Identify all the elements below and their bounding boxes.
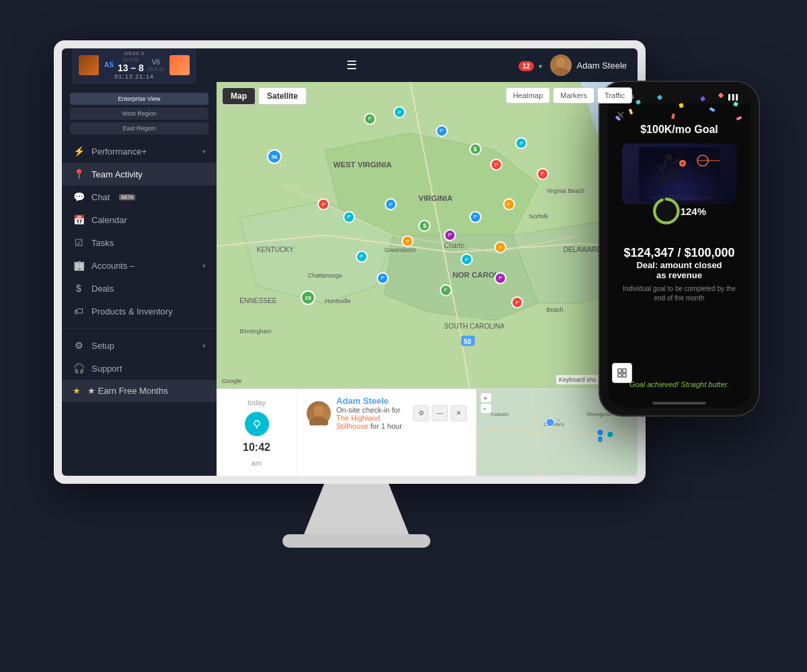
map-pin-12[interactable]: $ — [418, 220, 430, 232]
map-pin-24[interactable]: P — [503, 198, 515, 210]
team-right-record: (0-3-2) — [148, 66, 164, 72]
sidebar-label-performance: Performance+ — [91, 146, 147, 157]
nav-divider — [62, 328, 217, 329]
phone-home-bar — [652, 402, 706, 405]
time-display: 10:42 — [243, 442, 270, 454]
enterprise-view-btn[interactable]: Enterprise View — [70, 93, 208, 105]
map-pin-3[interactable]: P — [393, 106, 406, 118]
products-icon: 🏷 — [73, 306, 85, 317]
activity-description: On-site check-in for The Highland Stillh… — [336, 406, 408, 430]
chat-icon: 💬 — [73, 192, 85, 202]
phone-screen: 11:05 ▌▌▌ ✕ $100K/mo Goal — [608, 90, 751, 407]
notification-bell[interactable]: 12 ▾ — [518, 59, 542, 71]
team-left-name: AS — [104, 61, 114, 69]
activity-user-avatar — [307, 401, 331, 425]
map-expand-btn[interactable] — [612, 363, 632, 383]
team-left-avatar — [79, 55, 99, 75]
heatmap-btn[interactable]: Heatmap — [506, 87, 551, 103]
map-pin-5[interactable]: $ — [469, 143, 482, 155]
map-pin-7[interactable]: P — [515, 137, 527, 149]
setup-icon: ⚙ — [73, 340, 85, 351]
phone-close-btn[interactable]: ✕ — [616, 109, 625, 122]
performance-arrow: ▾ — [202, 148, 206, 155]
activity-settings-btn[interactable]: ⚙ — [413, 405, 429, 421]
sidebar-item-chat[interactable]: 💬 Chat BETA — [62, 185, 217, 208]
google-logo: Google — [222, 378, 241, 384]
sidebar-item-earn[interactable]: ★ ★ Earn Free Months — [62, 380, 217, 402]
map-pin-22[interactable]: 29 — [301, 290, 315, 305]
main-content: WEST VIRGINIA VIRGINIA KENTUCKY ENNESSEE… — [217, 82, 638, 476]
sidebar-item-team-activity[interactable]: 📍 Team Activity — [62, 163, 217, 185]
west-region-btn[interactable]: West Region — [70, 108, 208, 120]
monitor-base — [282, 534, 430, 548]
map-pin-6[interactable]: P — [490, 159, 502, 171]
score-widget[interactable]: WEEK 6 AS (5-0-0) 13 – 8 V6 (0-3-2) — [73, 48, 196, 83]
svg-point-31 — [546, 419, 554, 427]
markers-btn[interactable]: Markers — [553, 87, 594, 103]
map-pin-4[interactable]: P — [436, 125, 448, 137]
scene: WEEK 6 AS (5-0-0) 13 – 8 V6 (0-3-2) — [34, 27, 773, 645]
map-background: WEST VIRGINIA VIRGINIA KENTUCKY ENNESSEE… — [217, 82, 638, 388]
accounts-icon: 🏢 — [73, 260, 85, 271]
time-pin[interactable] — [245, 412, 269, 436]
map-pin-2[interactable]: P — [364, 113, 376, 125]
map-view-controls: Map Satellite — [222, 87, 307, 105]
traffic-btn[interactable]: Traffic — [597, 87, 632, 103]
map-pin-15[interactable]: P — [461, 253, 473, 265]
satellite-view-btn[interactable]: Satellite — [258, 87, 307, 105]
sidebar-label-team-activity: Team Activity — [91, 169, 143, 179]
sidebar-item-calendar[interactable]: 📅 Calendar — [62, 208, 217, 231]
activity-close-btn[interactable]: — — [432, 405, 448, 421]
user-name: Adam Steele — [577, 60, 627, 71]
map-pin-16[interactable]: P — [494, 241, 506, 253]
sidebar-item-setup[interactable]: ⚙ Setup ▾ — [62, 334, 217, 357]
map-pin-10[interactable]: P — [385, 198, 397, 210]
sidebar-item-performance[interactable]: ⚡ Performance+ ▾ — [62, 140, 217, 163]
map-pin-17[interactable]: P — [377, 272, 389, 284]
sidebar-item-tasks[interactable]: ☑ Tasks — [62, 231, 217, 254]
east-region-btn[interactable]: East Region — [70, 122, 208, 134]
week-label: WEEK 6 — [124, 50, 144, 56]
sidebar-item-products[interactable]: 🏷 Products & Inventory — [62, 300, 217, 323]
header-user[interactable]: Adam Steele — [550, 54, 627, 76]
sidebar: Enterprise View West Region East Region … — [62, 82, 217, 476]
sidebar-nav: ⚡ Performance+ ▾ 📍 Team Activity 💬 Chat — [62, 140, 217, 470]
map-pin-20[interactable]: P — [494, 272, 506, 284]
map-view-btn[interactable]: Map — [222, 87, 256, 105]
monitor-stand — [303, 484, 410, 538]
today-label: today — [247, 398, 266, 407]
map-pin-9[interactable]: P — [343, 211, 355, 223]
timeline-panel: today 10:42 am — [217, 389, 297, 476]
map-pin-8[interactable]: P — [317, 198, 330, 210]
activity-user-name: Adam Steele — [336, 396, 408, 406]
sidebar-item-support[interactable]: 🎧 Support — [62, 357, 217, 380]
goal-achieved-message: Goal achieved! Straight butter. — [629, 380, 729, 388]
svg-point-36 — [607, 431, 613, 438]
activity-panel: Adam Steele On-site check-in for The Hig… — [297, 389, 476, 476]
map-pin-23[interactable]: P — [537, 168, 549, 180]
chat-beta-badge: BETA — [119, 194, 135, 200]
map-pins-layer: 56 P P P $ P P P P — [217, 82, 638, 388]
sidebar-item-deals[interactable]: $ Deals — [62, 277, 217, 300]
monitor: WEEK 6 AS (5-0-0) 13 – 8 V6 (0-3-2) — [54, 40, 659, 591]
svg-text:+: + — [484, 394, 488, 402]
map-pin-18[interactable]: P — [356, 251, 368, 263]
expand-icon — [617, 368, 627, 378]
sidebar-label-setup: Setup — [91, 341, 114, 351]
deals-icon: $ — [73, 283, 85, 294]
svg-point-25 — [254, 421, 260, 426]
map-overlay-controls: Heatmap Markers Traffic — [506, 87, 632, 103]
activity-expand-btn[interactable]: ✕ — [451, 405, 467, 421]
monitor-screen: WEEK 6 AS (5-0-0) 13 – 8 V6 (0-3-2) — [62, 48, 638, 476]
hamburger-icon[interactable]: ☰ — [346, 58, 357, 73]
map-pin-19[interactable]: P — [440, 284, 452, 296]
map-pin-11[interactable]: P — [401, 235, 414, 247]
sidebar-label-tasks: Tasks — [91, 238, 114, 248]
deal-label: Deal: amount closed as revenue — [636, 260, 722, 280]
map-pin-21[interactable]: P — [511, 296, 523, 308]
sidebar-item-accounts[interactable]: 🏢 Accounts – ▾ — [62, 254, 217, 277]
map-pin-14[interactable]: P — [469, 211, 482, 223]
sidebar-label-deals: Deals — [91, 284, 114, 294]
map-pin-13[interactable]: P — [444, 229, 456, 241]
map-pin-1[interactable]: 56 — [267, 149, 282, 164]
